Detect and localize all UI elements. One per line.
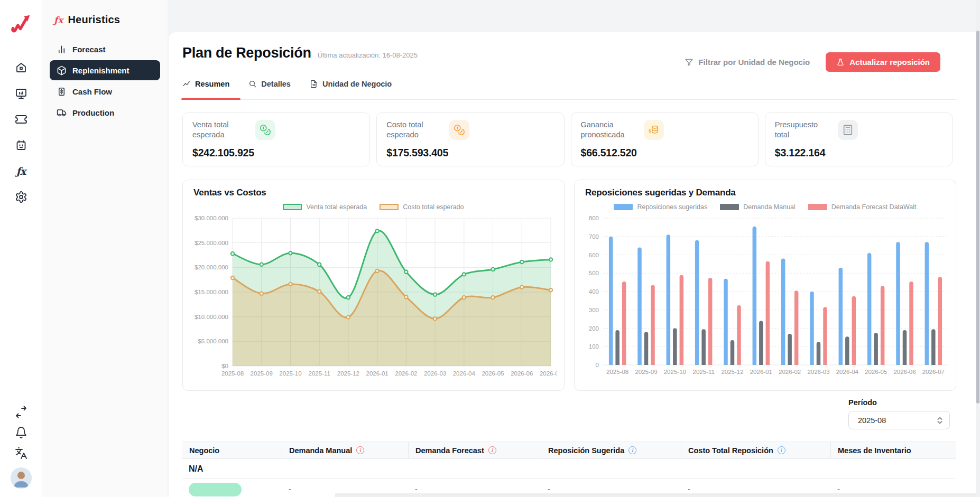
svg-text:2026-06: 2026-06 — [893, 369, 916, 375]
svg-text:$0: $0 — [221, 363, 228, 369]
last-update-text: Última actualización: 16-08-2025 — [318, 51, 418, 59]
stat-value: $66.512.520 — [581, 147, 748, 159]
company-logo[interactable] — [9, 12, 33, 37]
stat-cards: Venta total esperada $242.105.925 Costo … — [182, 112, 953, 166]
svg-text:300: 300 — [589, 307, 599, 313]
vertical-scrollbar-thumb[interactable] — [976, 31, 979, 404]
svg-text:$15.000.000: $15.000.000 — [195, 289, 228, 295]
svg-text:400: 400 — [589, 288, 599, 295]
stat-card-ganancia: Ganancia pronosticada $ $66.512.520 — [571, 112, 759, 166]
svg-text:600: 600 — [589, 252, 599, 258]
calendar-bot-icon[interactable] — [15, 139, 27, 152]
monitor-chart-icon[interactable] — [15, 87, 27, 100]
period-control: Período 2025-08 — [848, 398, 950, 429]
info-icon[interactable] — [488, 446, 496, 454]
svg-text:500: 500 — [589, 270, 599, 276]
sidebar-item-cash-flow[interactable]: Cash Flow — [50, 81, 160, 101]
vertical-scrollbar-track[interactable] — [976, 0, 980, 497]
table-header: Negocio Demanda Manual Demanda Forecast … — [182, 442, 956, 459]
stat-value: $3.122.164 — [775, 147, 942, 159]
column-header-negocio: Negocio — [182, 442, 282, 458]
fx-brand-icon: ƒx — [54, 15, 63, 25]
legend-item[interactable]: Reposiciones sugeridas — [614, 203, 707, 211]
legend-swatch — [720, 204, 739, 210]
svg-text:$: $ — [648, 128, 651, 134]
svg-text:2025-11: 2025-11 — [309, 370, 330, 377]
page-header: Plan de Reposición Última actualización:… — [182, 45, 418, 61]
legend-item[interactable]: Demanda Forecast DataWalt — [808, 203, 917, 211]
svg-text:$20.000.000: $20.000.000 — [195, 264, 228, 270]
language-translate-icon[interactable] — [15, 447, 27, 460]
info-icon[interactable] — [778, 446, 785, 454]
table-group-row: N/A — [182, 459, 956, 479]
user-avatar[interactable] — [11, 467, 32, 489]
info-icon[interactable] — [628, 446, 636, 454]
replenishment-table: Negocio Demanda Manual Demanda Forecast … — [182, 442, 956, 497]
period-select[interactable]: 2025-08 — [848, 411, 950, 429]
legend-item[interactable]: Venta total esperada — [283, 203, 367, 211]
document-icon — [310, 80, 318, 88]
content-card: Plan de Reposición Última actualización:… — [169, 32, 976, 497]
svg-text:2026-02: 2026-02 — [779, 369, 801, 375]
sidebar-item-replenishment[interactable]: Replenishment — [50, 60, 160, 80]
legend-swatch — [283, 204, 302, 210]
stat-value: $175.593.405 — [386, 147, 554, 159]
svg-text:2025-09: 2025-09 — [635, 369, 657, 375]
svg-text:2025-10: 2025-10 — [664, 369, 686, 375]
ticket-icon[interactable] — [15, 113, 27, 126]
line-chart-card: Ventas vs Costos Venta total esperada Co… — [182, 180, 565, 391]
svg-text:200: 200 — [589, 325, 599, 332]
app-title: Heuristics — [68, 14, 120, 26]
legend-item[interactable]: Demanda Manual — [720, 203, 796, 211]
stat-value: $242.105.925 — [192, 147, 360, 159]
svg-text:2025-08: 2025-08 — [606, 369, 628, 375]
module-sidebar: ƒx Heuristics Forecast Replenishment Cas… — [42, 0, 168, 497]
svg-text:2026-05: 2026-05 — [482, 370, 504, 377]
update-replenishment-button[interactable]: Actualizar reposición — [826, 52, 940, 72]
sidebar-nav: Forecast Replenishment Cash Flow Product… — [50, 39, 160, 123]
coins-dollar-icon: $ — [644, 120, 664, 140]
svg-text:2026-03: 2026-03 — [424, 370, 446, 377]
charts-row: Ventas vs Costos Venta total esperada Co… — [182, 180, 956, 391]
notifications-bell-icon[interactable] — [15, 426, 27, 439]
sidebar-item-forecast[interactable]: Forecast — [50, 39, 160, 59]
tab-unidad-de-negocio[interactable]: Unidad de Negocio — [310, 80, 392, 90]
clipboard-dollar-icon — [57, 87, 67, 97]
svg-text:2026-01: 2026-01 — [366, 370, 389, 377]
home-icon[interactable] — [15, 61, 27, 74]
page-title: Plan de Reposición — [182, 45, 311, 61]
svg-text:$25.000.000: $25.000.000 — [195, 240, 228, 246]
info-icon[interactable] — [356, 446, 364, 454]
filter-business-unit-button[interactable]: Filtrar por Unidad de Negocio — [685, 58, 810, 67]
coins-icon — [255, 120, 275, 140]
sidebar-item-production[interactable]: Production — [50, 102, 160, 123]
app-window: ƒx ƒx Heuristics Forecast Replenishment — [0, 0, 980, 497]
tab-detalles[interactable]: Detalles — [248, 80, 291, 90]
svg-text:$30.000.000: $30.000.000 — [195, 215, 228, 221]
svg-text:$10.000.000: $10.000.000 — [195, 314, 228, 320]
line-chart: $0$5.000.000$10.000.000$15.000.000$20.00… — [187, 215, 557, 381]
svg-text:2026-02: 2026-02 — [395, 370, 417, 377]
svg-text:0: 0 — [596, 362, 599, 368]
column-header-meses-inventario: Meses de Inventario — [831, 442, 956, 458]
settings-gear-icon[interactable] — [15, 191, 27, 203]
bar-chart-title: Reposiciones sugeridas y Demanda — [585, 187, 736, 198]
tab-bar: Resumen Detalles Unidad de Negocio — [182, 80, 392, 90]
bar-chart: 01002003004005006007008002025-082025-092… — [578, 214, 954, 379]
horizontal-scrollbar[interactable] — [335, 493, 976, 497]
package-icon — [57, 65, 67, 76]
svg-text:2026-07: 2026-07 — [922, 369, 945, 375]
swap-arrows-icon[interactable] — [15, 406, 27, 418]
fx-functions-icon[interactable]: ƒx — [15, 165, 27, 177]
svg-text:2025-12: 2025-12 — [337, 370, 359, 377]
line-chart-legend: Venta total esperada Costo total esperad… — [183, 203, 564, 211]
svg-text:$5.000.000: $5.000.000 — [198, 338, 228, 344]
stat-card-presupuesto: Presupuesto total $3.122.164 — [765, 112, 953, 166]
svg-text:2026-01: 2026-01 — [750, 369, 772, 375]
active-tab-underline — [181, 98, 241, 100]
column-header-demanda-forecast: Demanda Forecast — [409, 442, 541, 458]
period-label: Período — [848, 398, 950, 407]
legend-item[interactable]: Costo total esperado — [380, 203, 464, 211]
tab-resumen[interactable]: Resumen — [182, 80, 229, 90]
svg-text:800: 800 — [589, 215, 599, 221]
